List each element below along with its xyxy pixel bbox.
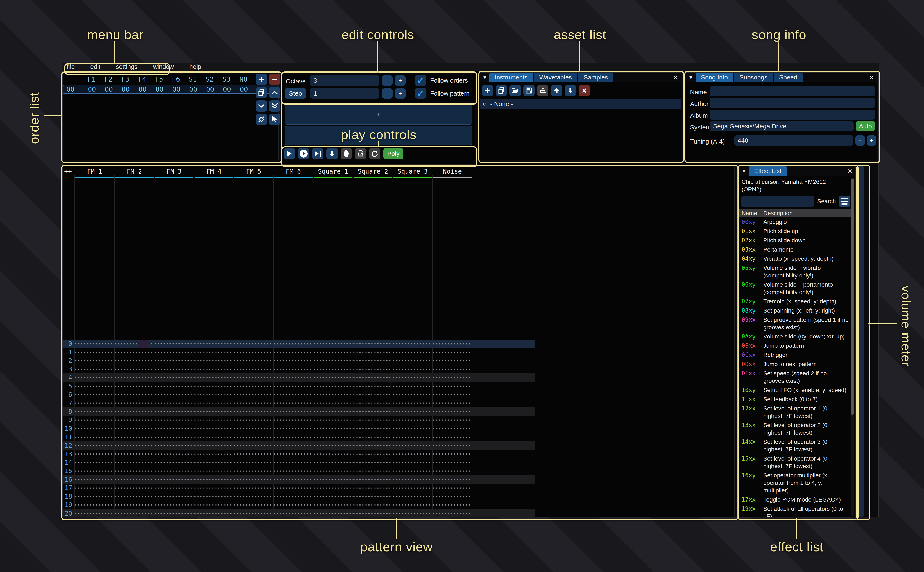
effect-row-03xx[interactable]: 03xxPortamento	[739, 245, 850, 254]
pattern-cell-empty[interactable]	[234, 458, 273, 467]
play-pattern-button[interactable]	[298, 148, 309, 159]
order-cell[interactable]: 00	[168, 85, 185, 93]
pattern-cell-empty[interactable]	[234, 365, 273, 374]
pattern-cell-empty[interactable]	[154, 476, 193, 484]
pattern-cell-empty[interactable]	[314, 365, 352, 374]
pattern-cell-empty[interactable]	[393, 450, 432, 459]
pattern-cell-empty[interactable]	[75, 407, 114, 416]
order-move-down-button[interactable]	[256, 100, 267, 112]
step-button[interactable]: Step	[285, 88, 306, 99]
effect-row-02xx[interactable]: 02xxPitch slide down	[739, 236, 850, 245]
pattern-cell-empty[interactable]	[274, 467, 313, 476]
pattern-cell-empty[interactable]	[154, 458, 193, 467]
pattern-cell-empty[interactable]	[75, 501, 114, 509]
order-cell[interactable]: 00	[185, 85, 202, 93]
pattern-cell-empty[interactable]	[154, 484, 193, 492]
pattern-cell-empty[interactable]	[115, 501, 154, 509]
channel-header-fm-2[interactable]: FM 2	[114, 168, 154, 175]
pattern-cell-empty[interactable]	[393, 492, 432, 501]
channel-header-fm-4[interactable]: FM 4	[194, 168, 234, 175]
pattern-cell-empty[interactable]	[274, 458, 313, 467]
pattern-row-20[interactable]: 20	[63, 509, 535, 518]
pattern-cell-empty[interactable]	[393, 390, 432, 399]
order-select-mode-button[interactable]	[269, 114, 280, 125]
pattern-cell-empty[interactable]	[154, 509, 193, 518]
pattern-cell-empty[interactable]	[234, 373, 273, 382]
pattern-row-11[interactable]: 11	[63, 433, 535, 441]
menu-item-edit[interactable]: edit	[90, 63, 100, 70]
pattern-cell-empty[interactable]	[234, 399, 273, 407]
pattern-cell-empty[interactable]	[314, 458, 352, 467]
pattern-cell-empty[interactable]	[234, 416, 273, 424]
pattern-cell-empty[interactable]	[274, 416, 313, 424]
close-icon[interactable]: ×	[670, 73, 681, 82]
pattern-cell-empty[interactable]	[433, 492, 472, 501]
pattern-cell-empty[interactable]	[195, 433, 233, 441]
pattern-cell-empty[interactable]	[234, 484, 273, 492]
pattern-cell-empty[interactable]	[234, 348, 273, 357]
pattern-cell-empty[interactable]	[154, 339, 193, 348]
pattern-cell-empty[interactable]	[393, 365, 432, 374]
pattern-cell-empty[interactable]	[115, 348, 154, 357]
pattern-cell-empty[interactable]	[314, 467, 352, 476]
pattern-cell-empty[interactable]	[154, 348, 193, 357]
pattern-cell-empty[interactable]	[354, 416, 392, 424]
effect-row-16xy[interactable]: 16xySet operator multiplier (x: operator…	[739, 471, 850, 495]
pattern-row-6[interactable]: 6	[63, 390, 535, 399]
pattern-cell-empty[interactable]	[274, 407, 313, 416]
pattern-cell-empty[interactable]	[75, 492, 114, 501]
tuning-plus-button[interactable]: +	[867, 135, 876, 146]
tab-subsongs[interactable]: Subsongs	[734, 73, 773, 82]
pattern-cell-empty[interactable]	[154, 450, 193, 459]
pattern-cell-empty[interactable]	[393, 339, 432, 348]
metronome-button[interactable]	[355, 148, 366, 159]
move-cursor-down-button[interactable]	[326, 148, 338, 159]
pattern-cell-empty[interactable]	[314, 390, 352, 399]
pattern-cell-empty[interactable]	[314, 424, 352, 433]
pattern-cell-empty[interactable]	[393, 424, 432, 433]
asset-duplicate-button[interactable]	[496, 85, 507, 96]
pattern-row-7[interactable]: 7	[63, 399, 535, 407]
scrollbar-thumb[interactable]	[851, 179, 854, 415]
channel-header-fm-5[interactable]: FM 5	[234, 168, 273, 175]
pattern-cell-empty[interactable]	[354, 476, 392, 484]
pattern-cell-empty[interactable]	[75, 424, 114, 433]
order-duplicate-button[interactable]	[256, 87, 267, 98]
step-input[interactable]: 1	[310, 88, 379, 99]
effect-row-0Axy[interactable]: 0AxyVolume slide (0y: down; x0: up)	[739, 332, 850, 341]
step-plus-button[interactable]: +	[395, 88, 405, 99]
pattern-cell-empty[interactable]	[154, 501, 193, 509]
pattern-cell-empty[interactable]	[75, 356, 114, 365]
pattern-cell-empty[interactable]	[314, 382, 352, 390]
order-cell[interactable]: 00	[84, 85, 100, 93]
pattern-cell-empty[interactable]	[115, 433, 154, 441]
effect-row-14xx[interactable]: 14xxSet level of operator 3 (0 highest, …	[739, 437, 850, 454]
pattern-cell-empty[interactable]	[354, 441, 392, 450]
pattern-cell-empty[interactable]	[154, 407, 193, 416]
pattern-cell-empty[interactable]	[393, 509, 432, 518]
effect-search-input[interactable]	[741, 196, 814, 207]
pattern-cell-empty[interactable]	[433, 484, 472, 492]
pattern-cell-empty[interactable]	[354, 492, 392, 501]
pattern-cell-empty[interactable]	[234, 450, 273, 459]
channel-header-square-1[interactable]: Square 1	[313, 168, 353, 175]
pattern-cell-empty[interactable]	[234, 476, 273, 484]
pattern-cell-empty[interactable]	[75, 476, 114, 484]
pattern-cell-empty[interactable]	[314, 356, 352, 365]
pattern-cell-empty[interactable]	[354, 390, 392, 399]
pattern-cell-empty[interactable]	[154, 441, 193, 450]
pattern-cell-empty[interactable]	[195, 390, 233, 399]
order-deep-clone-button[interactable]	[256, 114, 267, 125]
pattern-cell-empty[interactable]	[115, 484, 154, 492]
pattern-cell-empty[interactable]	[75, 348, 114, 357]
pattern-cell-empty[interactable]	[354, 382, 392, 390]
channel-header-square-2[interactable]: Square 2	[353, 168, 393, 175]
pattern-cell-empty[interactable]	[234, 390, 273, 399]
pattern-row-1[interactable]: 1	[63, 348, 535, 357]
effect-list-scrollbar[interactable]	[851, 177, 854, 516]
effect-row-01xx[interactable]: 01xxPitch slide up	[739, 227, 850, 236]
pattern-cell-empty[interactable]	[154, 382, 193, 390]
asset-save-button[interactable]	[523, 85, 534, 96]
pattern-cell-empty[interactable]	[75, 467, 114, 476]
pattern-cell-empty[interactable]	[234, 467, 273, 476]
